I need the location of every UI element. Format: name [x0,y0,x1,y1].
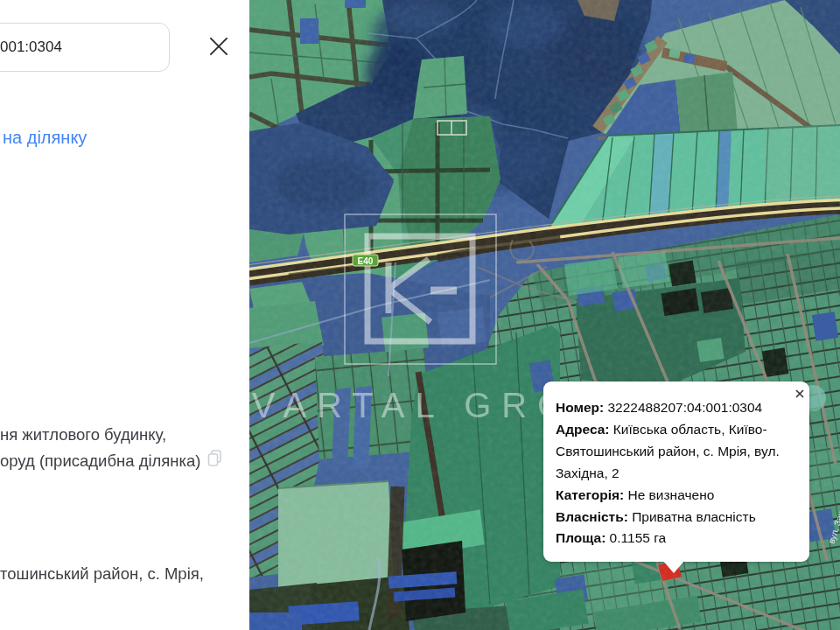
svg-text:E40: E40 [358,256,374,266]
